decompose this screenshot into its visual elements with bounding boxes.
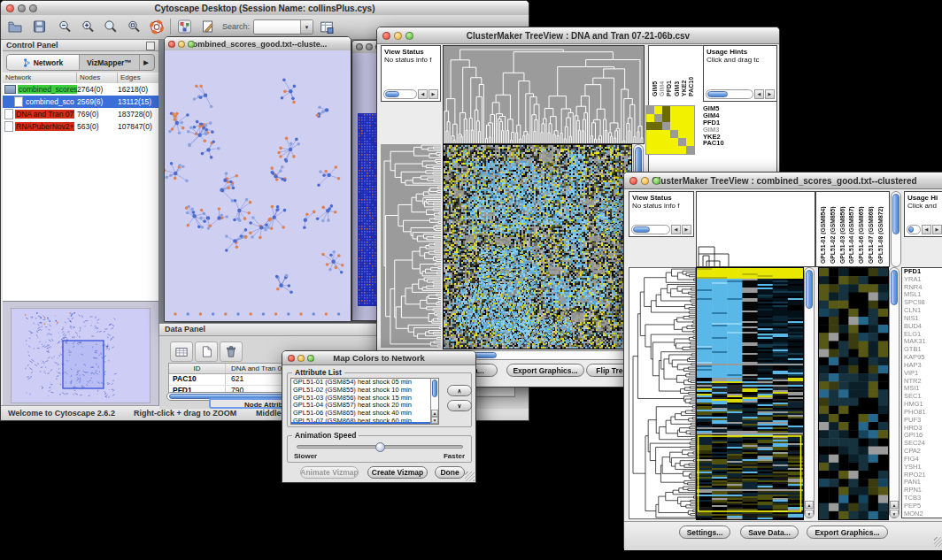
treeview1-titlebar[interactable]: ClusterMaker TreeView : DNA and Tran 07-… bbox=[377, 27, 779, 44]
zoom-out-icon bbox=[58, 19, 73, 34]
minimize-icon[interactable] bbox=[18, 4, 26, 12]
scroll-right-icon[interactable]: ▶ bbox=[429, 89, 438, 99]
minimize-icon[interactable] bbox=[297, 355, 305, 362]
usage-hints-scrollbar[interactable]: ◀▶ bbox=[706, 89, 775, 99]
global-heatmap-canvas[interactable] bbox=[443, 144, 632, 349]
row-dendrogram-canvas[interactable] bbox=[629, 267, 696, 519]
zoom-out-button[interactable] bbox=[54, 17, 75, 36]
network-list-row[interactable]: DNA and Tran 07769(0)183728(0) bbox=[3, 108, 158, 120]
annotation-button[interactable] bbox=[197, 17, 218, 36]
network-overview-panel bbox=[3, 301, 158, 409]
column-dendrogram-canvas[interactable] bbox=[696, 191, 815, 267]
network-list-row[interactable]: RNAPuberNov2+563(0)107847(0) bbox=[3, 120, 158, 133]
minimize-icon[interactable] bbox=[394, 32, 402, 40]
vizmapper-button[interactable] bbox=[174, 17, 195, 36]
resize-grip[interactable] bbox=[934, 537, 942, 547]
global-heatmap-canvas[interactable] bbox=[696, 267, 804, 520]
close-icon[interactable] bbox=[629, 177, 637, 185]
scroll-up-icon[interactable]: ▲ bbox=[890, 501, 899, 509]
create-attribute-button[interactable] bbox=[195, 341, 218, 362]
network-overview-canvas[interactable] bbox=[11, 308, 151, 403]
window-controls[interactable] bbox=[6, 4, 37, 12]
create-vizmap-button[interactable]: Create Vizmap bbox=[367, 466, 428, 479]
zoom-vscrollbar[interactable]: ▲ ▼ bbox=[889, 267, 900, 518]
attribute-select-button[interactable] bbox=[170, 341, 193, 362]
settings-button[interactable]: Settings... bbox=[679, 525, 730, 539]
zoom-window-icon[interactable] bbox=[188, 41, 195, 48]
resize-grip[interactable] bbox=[465, 472, 475, 481]
network-graph-canvas[interactable] bbox=[165, 50, 351, 321]
treeview2-titlebar[interactable]: ClusterMaker TreeView : combined_scores_… bbox=[624, 173, 942, 189]
nodes-count: 563(0) bbox=[77, 122, 118, 131]
zoom-selected-button[interactable] bbox=[100, 17, 121, 36]
zoom-window-icon[interactable] bbox=[29, 4, 37, 12]
close-icon[interactable] bbox=[288, 355, 295, 362]
import-button[interactable] bbox=[316, 17, 337, 36]
zoom-in-button[interactable] bbox=[77, 17, 98, 36]
zoom-fit-button[interactable] bbox=[123, 17, 144, 36]
scroll-left-icon[interactable]: ◀ bbox=[922, 225, 931, 234]
scroll-up-icon[interactable]: ▲ bbox=[805, 501, 814, 509]
scroll-right-icon[interactable]: ▶ bbox=[932, 225, 942, 234]
tab-vizmapper[interactable]: VizMapper™ bbox=[80, 55, 140, 70]
zoom-window-icon[interactable] bbox=[652, 177, 660, 185]
scroll-down-icon[interactable]: ▼ bbox=[431, 417, 438, 424]
tab-network[interactable]: Network bbox=[7, 55, 80, 70]
attribute-listbox[interactable]: GPL51-01 (GSM854) heat shock 05 minGPL51… bbox=[290, 378, 439, 425]
vizmapper-icon bbox=[177, 19, 192, 34]
slider-thumb[interactable] bbox=[375, 442, 385, 452]
usage-hints-scrollbar[interactable]: ◀▶ bbox=[907, 225, 942, 234]
close-icon[interactable] bbox=[168, 41, 175, 48]
zoom-heatmap-canvas[interactable] bbox=[818, 267, 889, 520]
scroll-left-icon[interactable]: ◀ bbox=[671, 225, 681, 234]
view-status-scrollbar[interactable]: ◀▶ bbox=[631, 225, 691, 234]
animate-vizmap-button[interactable]: Animate Vizmap bbox=[300, 466, 359, 479]
column-dendrogram-canvas[interactable] bbox=[443, 45, 645, 144]
scroll-up-icon[interactable]: ▲ bbox=[431, 410, 438, 417]
network-list-row[interactable]: combined_sco2569(6)13112(15) bbox=[3, 96, 158, 108]
move-down-button[interactable]: ∨ bbox=[447, 400, 472, 411]
search-dropdown-icon[interactable]: ▼ bbox=[300, 20, 313, 34]
scroll-right-icon[interactable]: ▶ bbox=[765, 89, 775, 99]
search-label: Search: bbox=[222, 22, 250, 31]
animation-speed-slider[interactable] bbox=[297, 445, 463, 449]
desktop: { "main": { "title": "Cytoscape Desktop … bbox=[0, 0, 942, 560]
scroll-down-icon[interactable]: ▼ bbox=[805, 510, 814, 518]
open-session-button[interactable] bbox=[4, 17, 26, 36]
done-button[interactable]: Done bbox=[435, 466, 465, 479]
network-titlebar[interactable]: combined_scores_good.txt--cluste... bbox=[165, 37, 351, 51]
scroll-left-icon[interactable]: ◀ bbox=[754, 89, 764, 99]
zoom-window-icon[interactable] bbox=[405, 32, 413, 40]
row-dendrogram-canvas[interactable] bbox=[381, 144, 441, 348]
delete-attribute-button[interactable] bbox=[220, 341, 243, 362]
zoom-window-icon[interactable] bbox=[307, 355, 314, 362]
scroll-right-icon[interactable]: ▶ bbox=[682, 225, 691, 234]
minimize-icon[interactable] bbox=[641, 177, 649, 185]
array-column-label: GPL51-03 (GSM856) bbox=[839, 196, 845, 264]
tab-overflow-icon[interactable]: ▶ bbox=[140, 55, 152, 70]
float-panel-icon[interactable] bbox=[146, 42, 155, 50]
list-vscrollbar[interactable]: ▲ ▼ bbox=[430, 379, 438, 424]
scroll-left-icon[interactable]: ◀ bbox=[418, 89, 428, 99]
export-graphics-button[interactable]: Export Graphics... bbox=[506, 364, 584, 377]
dialog-titlebar[interactable]: Map Colors to Network bbox=[282, 351, 475, 365]
close-icon[interactable] bbox=[356, 43, 363, 50]
network-list-row[interactable]: combined_scores2764(0)16218(0) bbox=[3, 83, 158, 96]
column-labels-vscrollbar[interactable] bbox=[891, 191, 901, 267]
minimize-icon[interactable] bbox=[178, 41, 185, 48]
export-graphics-button[interactable]: Export Graphics... bbox=[807, 525, 888, 539]
save-data-button[interactable]: Save Data... bbox=[740, 525, 799, 539]
help-button[interactable] bbox=[146, 17, 167, 36]
main-titlebar[interactable]: Cytoscape Desktop (Session Name: collins… bbox=[1, 1, 529, 16]
close-icon[interactable] bbox=[6, 4, 14, 12]
save-session-button[interactable] bbox=[28, 17, 50, 36]
heatmap-vscrollbar[interactable]: ▲ ▼ bbox=[804, 267, 815, 518]
view-status-scrollbar[interactable]: ◀▶ bbox=[383, 89, 438, 99]
move-up-button[interactable]: ∧ bbox=[447, 385, 472, 396]
zoom-matrix-canvas[interactable] bbox=[645, 105, 695, 155]
scroll-down-icon[interactable]: ▼ bbox=[890, 510, 899, 518]
minimize-icon[interactable] bbox=[366, 43, 373, 50]
search-input[interactable]: ▼ bbox=[253, 19, 313, 35]
close-icon[interactable] bbox=[382, 32, 390, 40]
gene-label: PEP5 bbox=[904, 502, 942, 510]
